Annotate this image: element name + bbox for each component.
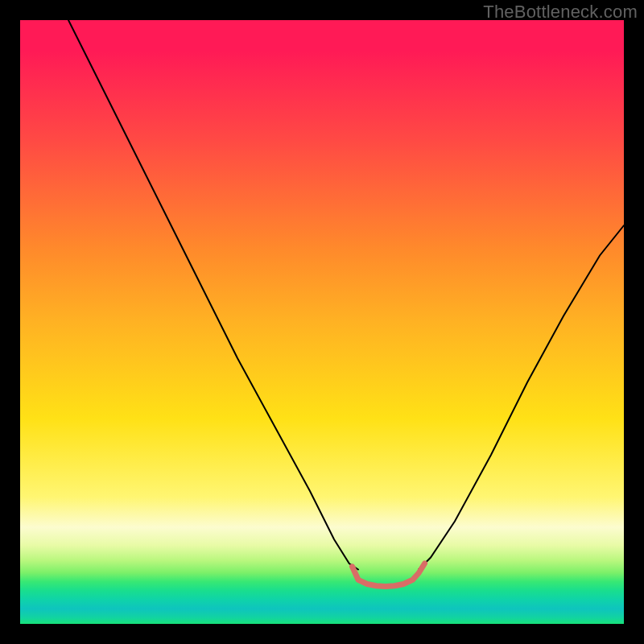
curve-black-left	[68, 20, 358, 570]
curve-pink-bottom	[353, 564, 425, 587]
curve-layer	[20, 20, 624, 624]
chart-frame: TheBottleneck.com	[0, 0, 644, 644]
watermark-text: TheBottleneck.com	[483, 2, 638, 23]
plot-area	[20, 20, 624, 624]
curve-black-right	[419, 225, 624, 570]
